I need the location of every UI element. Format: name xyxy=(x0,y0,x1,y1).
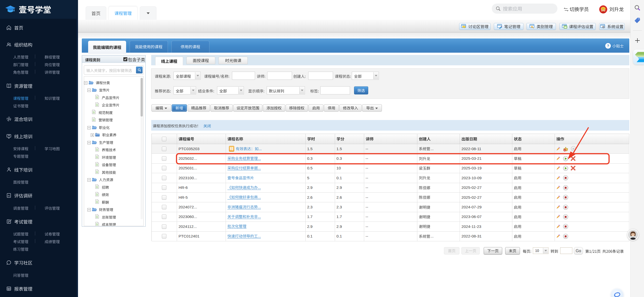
svg-text:?: ? xyxy=(607,44,609,48)
